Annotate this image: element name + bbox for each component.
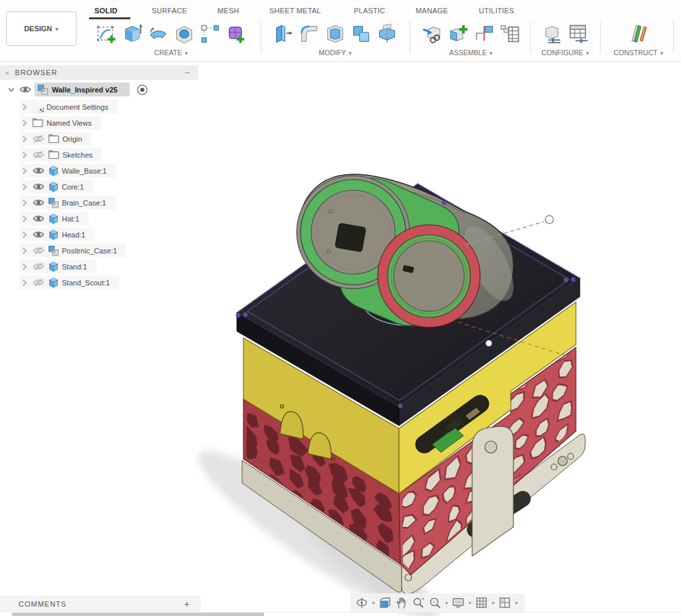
create-form-button[interactable]: [224, 21, 248, 47]
look-at-icon: [378, 596, 392, 609]
construct-group-label[interactable]: CONSTRUCT: [614, 49, 663, 57]
tree-row-named-views[interactable]: Named Views: [20, 116, 101, 130]
split-body-button[interactable]: [375, 21, 399, 47]
tab-plastic[interactable]: PLASTIC: [354, 7, 385, 15]
visibility-off-eye-icon[interactable]: [32, 277, 45, 287]
orbit-button[interactable]: [354, 595, 370, 611]
visibility-eye-icon[interactable]: [32, 214, 45, 224]
chevron-right-icon[interactable]: [20, 214, 29, 224]
shell-button[interactable]: [323, 21, 347, 47]
tab-surface[interactable]: SURFACE: [152, 7, 187, 15]
chevron-down-icon[interactable]: [7, 85, 16, 94]
tab-mesh[interactable]: MESH: [217, 7, 239, 15]
edge-handle-dot[interactable]: [486, 341, 492, 347]
visibility-off-eye-icon[interactable]: [32, 150, 45, 160]
tree-row-walle-base[interactable]: Walle_Base:1: [20, 164, 116, 178]
tab-solid[interactable]: SOLID: [94, 7, 118, 15]
zoom-button[interactable]: ±: [410, 595, 426, 611]
tree-row-document-settings[interactable]: Document Settings: [20, 100, 118, 114]
chevron-right-icon[interactable]: [20, 278, 29, 287]
modify-group-label[interactable]: MODIFY: [319, 49, 351, 57]
fit-button[interactable]: [427, 595, 443, 611]
fillet-button[interactable]: [297, 21, 321, 47]
bom-button[interactable]: [498, 21, 522, 47]
add-comment-button[interactable]: +: [184, 599, 190, 609]
nav-caret[interactable]: ▾: [513, 600, 519, 606]
tab-sheet-metal[interactable]: SHEET METAL: [269, 7, 321, 15]
new-component-button[interactable]: [446, 21, 470, 47]
nav-caret[interactable]: ▾: [467, 600, 473, 606]
design-menu-label: DESIGN: [24, 25, 52, 33]
visibility-eye-icon[interactable]: [32, 182, 45, 192]
ribbon-group-assemble: ASSEMBLE: [414, 19, 528, 59]
tree-row-hat[interactable]: Hat:1: [20, 212, 88, 226]
minimize-panel-icon[interactable]: –: [185, 68, 190, 77]
visibility-eye-icon[interactable]: [19, 84, 32, 94]
chevron-right-icon[interactable]: [20, 166, 29, 176]
visibility-off-eye-icon[interactable]: [32, 245, 45, 255]
collapse-panel-icon[interactable]: «: [5, 69, 9, 77]
visibility-eye-icon[interactable]: [32, 198, 45, 208]
chevron-right-icon[interactable]: [20, 262, 29, 271]
design-menu-button[interactable]: DESIGN: [6, 11, 76, 46]
visibility-off-eye-icon[interactable]: [32, 134, 45, 144]
offset-plane-button[interactable]: [626, 21, 650, 47]
chevron-right-icon[interactable]: [20, 134, 29, 144]
visibility-off-eye-icon[interactable]: [32, 261, 45, 271]
assemble-group-label[interactable]: ASSEMBLE: [449, 49, 492, 57]
chevron-right-icon[interactable]: [20, 150, 29, 160]
component-icon: [48, 277, 59, 288]
head-right-eye[interactable]: [378, 225, 480, 327]
create-sketch-button[interactable]: [94, 21, 118, 47]
tree-row-brain-case[interactable]: Brain_Case:1: [20, 196, 116, 210]
tree-item-label: Positrnic_Case:1: [62, 247, 117, 255]
configure-group-label[interactable]: CONFIGURE: [541, 49, 589, 57]
activate-component-radio[interactable]: [136, 84, 148, 96]
chevron-right-icon[interactable]: [20, 118, 29, 128]
tree-row-core[interactable]: Core:1: [20, 180, 93, 194]
configuration-table-button[interactable]: [567, 21, 591, 47]
tree-row-stand[interactable]: Stand:1: [20, 259, 96, 273]
comments-panel[interactable]: COMMENTS +: [0, 595, 201, 613]
joint-button[interactable]: [472, 21, 496, 47]
pattern-button[interactable]: [198, 21, 222, 47]
tab-utilities[interactable]: UTILITIES: [479, 7, 514, 15]
revolve-button[interactable]: [146, 21, 170, 47]
tree-row-origin[interactable]: Origin: [20, 132, 91, 146]
display-settings-button[interactable]: [450, 595, 466, 611]
chevron-right-icon[interactable]: [20, 230, 29, 239]
hole-button[interactable]: [172, 21, 196, 47]
press-pull-button[interactable]: [271, 21, 295, 47]
chevron-right-icon[interactable]: [20, 102, 29, 112]
chevron-right-icon[interactable]: [20, 246, 29, 255]
ribbon-divider: [261, 21, 261, 53]
tree-row-positrnic-case[interactable]: Positrnic_Case:1: [20, 243, 126, 257]
tree-row-stand-scout[interactable]: Stand_Scout:1: [20, 275, 119, 289]
grid-display-button[interactable]: [474, 595, 489, 611]
tree-row-root[interactable]: Walle_Inspired v25: [7, 82, 148, 96]
root-selection[interactable]: Walle_Inspired v25: [35, 82, 130, 96]
look-at-button[interactable]: [377, 595, 393, 611]
chevron-right-icon[interactable]: [20, 198, 29, 208]
tab-manage[interactable]: MANAGE: [416, 7, 448, 15]
create-group-label[interactable]: CREATE: [154, 49, 188, 57]
visibility-eye-icon[interactable]: [32, 166, 45, 176]
nav-caret[interactable]: ▾: [370, 600, 376, 606]
insert-button[interactable]: [420, 21, 444, 47]
nav-caret[interactable]: ▾: [444, 600, 450, 606]
joint-origin-marker[interactable]: [545, 216, 553, 224]
visibility-eye-icon[interactable]: [32, 230, 45, 239]
viewports-button[interactable]: [497, 595, 513, 611]
extrude-button[interactable]: [120, 21, 144, 47]
configuration-button[interactable]: [541, 21, 565, 47]
chevron-right-icon[interactable]: [20, 182, 29, 192]
chevron-down-icon: [348, 49, 352, 57]
tree-row-sketches[interactable]: Sketches: [20, 148, 102, 162]
combine-button[interactable]: [349, 21, 373, 47]
folder-icon: [48, 134, 60, 144]
tree-row-head[interactable]: Head:1: [20, 228, 94, 241]
selection-vertex-dot: [442, 201, 447, 206]
pan-button[interactable]: [394, 595, 410, 611]
root-label: Walle_Inspired v25: [52, 86, 118, 94]
nav-caret[interactable]: ▾: [490, 600, 496, 606]
